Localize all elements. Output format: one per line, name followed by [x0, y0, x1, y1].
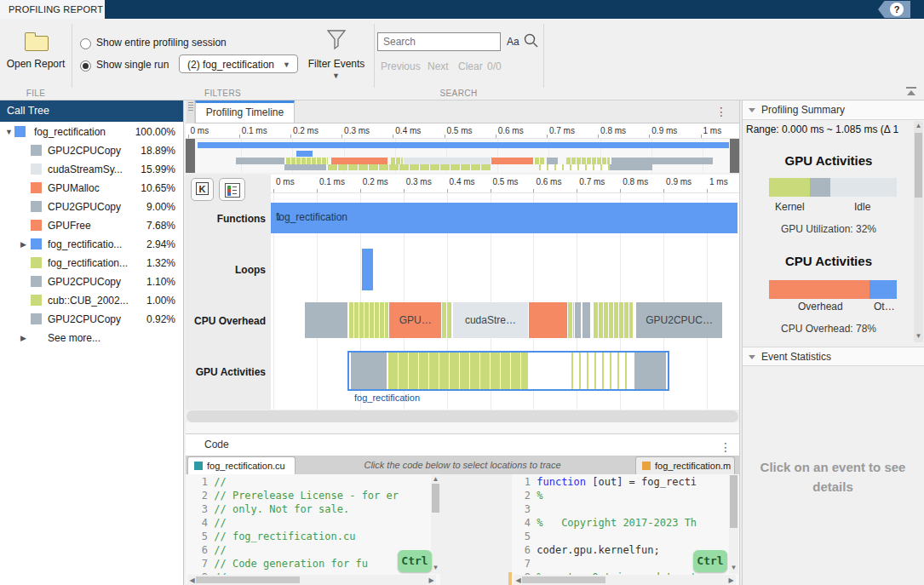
call-tree-row[interactable]: GPUFree7.68% — [0, 216, 183, 235]
m-horizontal-scrollbar[interactable]: ◀ ▶ — [514, 575, 736, 585]
radio-entire-session-label[interactable]: Show entire profiling session — [96, 37, 227, 49]
code-line[interactable]: 4 % Copyright 2017-2023 Th — [512, 516, 697, 530]
cpu-overhead-event[interactable] — [594, 302, 633, 338]
tab-profiling-report[interactable]: PROFILING REPORT — [0, 0, 105, 19]
search-input[interactable] — [377, 32, 501, 51]
expand-arrow-icon[interactable]: ▶ — [20, 235, 26, 254]
gpu-activity-event[interactable] — [388, 353, 528, 389]
call-tree-row[interactable]: GPU2CPUCopy1.10% — [0, 272, 183, 291]
overview-loop-bar[interactable] — [296, 151, 313, 157]
code-line[interactable]: 2 % — [512, 489, 542, 502]
scroll-right-icon[interactable]: ▶ — [726, 576, 736, 584]
call-tree-row[interactable]: cub::CUB_2002...1.00% — [0, 291, 183, 310]
cu-code-pane[interactable]: 1 //2 // Prerelease License - for er3 //… — [186, 474, 431, 585]
kernel-marker-button[interactable]: K — [191, 178, 214, 201]
next-button[interactable]: Next — [428, 60, 449, 72]
timeline-menu-button[interactable]: ⋮ — [715, 105, 727, 118]
code-line[interactable]: 4 // — [186, 516, 227, 530]
overview-gpu-segment[interactable] — [539, 164, 610, 170]
cpu-overhead-event[interactable] — [305, 302, 347, 338]
tab-m-file[interactable]: fog_rectification.m — [635, 456, 735, 474]
run-select-dropdown[interactable]: (2) fog_rectification ▼ — [179, 54, 298, 73]
code-line[interactable]: 3 // only. Not for sale. — [186, 502, 349, 516]
scroll-up-icon[interactable]: ▲ — [914, 122, 923, 129]
summary-scrollbar[interactable]: ▲ ▼ — [914, 121, 923, 342]
radio-single-run-label[interactable]: Show single run — [96, 59, 169, 71]
brush-handle-left[interactable] — [186, 139, 195, 173]
overview-gpu-segment[interactable] — [610, 164, 652, 170]
cpu-overhead-event[interactable] — [575, 302, 581, 338]
call-tree-item-label[interactable]: GPU2CPUCopy — [48, 141, 121, 160]
call-tree-row[interactable]: ▼fog_rectification100.00% — [0, 123, 183, 141]
code-line[interactable]: 3 — [512, 502, 537, 516]
cpu-overhead-event[interactable] — [583, 302, 590, 338]
cpu-overhead-event[interactable] — [529, 302, 567, 338]
cpu-overhead-event[interactable] — [442, 302, 452, 338]
overview-cpu-segment[interactable] — [404, 158, 491, 164]
overview-cpu-segment[interactable] — [535, 158, 545, 164]
scroll-up-icon[interactable]: ▲ — [431, 475, 440, 483]
call-tree-item-label[interactable]: cub::CUB_2002... — [48, 291, 129, 310]
overview-cpu-segment[interactable] — [611, 158, 713, 164]
cu-horizontal-scrollbar[interactable]: ◀ ▶ — [187, 575, 436, 585]
panel-grip-handle[interactable] — [187, 100, 195, 123]
overview-cpu-segment[interactable] — [491, 158, 533, 164]
legend-button[interactable] — [219, 178, 245, 201]
code-line[interactable]: 5 — [512, 530, 537, 543]
cpu-overhead-event[interactable]: GPU2CPUC… — [636, 302, 722, 338]
call-tree-row[interactable]: CPU2GPUCopy9.00% — [0, 198, 183, 216]
scroll-right-icon[interactable]: ▶ — [427, 576, 436, 584]
overview-cpu-segment[interactable] — [391, 158, 402, 164]
call-tree-row[interactable]: GPU2CPUCopy18.89% — [0, 141, 183, 160]
call-tree-item-label[interactable]: GPUMalloc — [48, 179, 100, 198]
code-menu-button[interactable]: ⋮ — [720, 437, 732, 458]
code-line[interactable]: 1 // — [186, 475, 227, 489]
call-tree-item-label[interactable]: cudaStreamSy... — [48, 160, 123, 179]
code-line[interactable]: 6 coder.gpu.kernelfun; — [512, 543, 660, 557]
event-statistics-header[interactable]: Event Statistics — [743, 347, 924, 366]
cpu-overhead-event[interactable]: cudaStre… — [453, 302, 528, 338]
call-tree-row[interactable]: ▶See more... — [0, 329, 183, 347]
code-line[interactable]: 5 // fog_rectification.cu — [186, 530, 355, 543]
cu-vertical-scrollbar[interactable]: ▲ ▼ — [431, 475, 440, 574]
call-tree-item-label[interactable]: fog_rectification — [34, 123, 106, 141]
timeline-horizontal-scrollbar[interactable] — [187, 410, 738, 422]
overview-cpu-segment[interactable] — [236, 158, 284, 164]
overview-gpu-segment[interactable] — [328, 164, 491, 170]
call-tree-row[interactable]: fog_rectification...1.32% — [0, 254, 183, 272]
open-report-button[interactable]: Open Report — [0, 58, 72, 70]
call-tree-item-label[interactable]: fog_rectification... — [48, 254, 128, 272]
call-tree-item-label[interactable]: GPUFree — [48, 216, 91, 235]
cpu-overhead-event[interactable] — [568, 302, 574, 338]
functions-event-bar[interactable]: fog_rectification ⤵ — [271, 203, 737, 233]
call-tree-row[interactable]: ▶fog_rectificatio...2.94% — [0, 235, 183, 254]
help-icon[interactable]: ? — [890, 3, 904, 16]
gpu-activity-event[interactable] — [351, 353, 387, 389]
scroll-down-icon[interactable]: ▼ — [431, 564, 440, 571]
call-tree-item-label[interactable]: fog_rectificatio... — [48, 235, 122, 254]
overview-brush-area[interactable] — [195, 139, 730, 173]
radio-entire-session[interactable] — [80, 38, 91, 49]
previous-button[interactable]: Previous — [381, 60, 421, 72]
tab-cu-file[interactable]: fog_rectification.cu — [187, 456, 296, 474]
gpu-activity-event[interactable] — [571, 353, 633, 389]
filter-events-button[interactable]: Filter Events — [305, 58, 368, 70]
expand-arrow-icon[interactable]: ▶ — [20, 329, 26, 347]
overview-gpu-segment[interactable] — [284, 164, 327, 170]
call-tree-item-label[interactable]: GPU2CPUCopy — [48, 310, 121, 329]
overview-cpu-segment[interactable] — [547, 158, 558, 164]
call-tree-item-label[interactable]: GPU2CPUCopy — [48, 272, 121, 291]
scroll-down-icon[interactable]: ▼ — [729, 564, 738, 571]
overview-cpu-segment[interactable] — [566, 158, 609, 164]
clear-button[interactable]: Clear — [458, 60, 483, 72]
gpu-activities-selection-box[interactable] — [347, 351, 669, 391]
overview-function-bar[interactable] — [198, 142, 729, 148]
expand-arrow-icon[interactable]: ▼ — [5, 123, 13, 141]
gpu-activity-event[interactable] — [634, 353, 666, 389]
collapse-triangle-icon[interactable] — [749, 355, 755, 359]
code-line[interactable]: 7 // Code generation for fu — [186, 557, 368, 571]
loop-event-bar[interactable] — [362, 249, 373, 290]
scroll-down-icon[interactable]: ▼ — [914, 332, 923, 340]
code-line[interactable]: 7 — [512, 557, 537, 571]
overview-cpu-segment[interactable] — [331, 158, 388, 164]
